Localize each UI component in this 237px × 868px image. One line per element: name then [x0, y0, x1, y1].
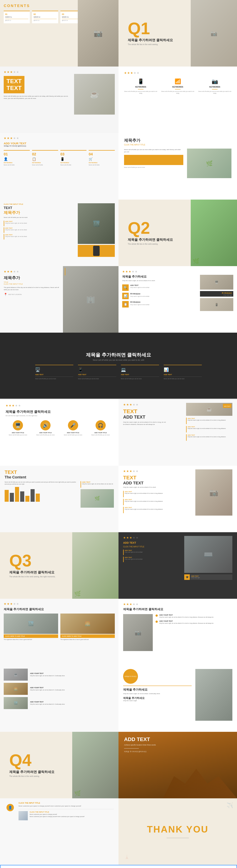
q1-image: 📷 — [191, 0, 237, 66]
q4-content: Q4 제목을 추가하려면 클릭하세요 The whole life lies i… — [9, 753, 54, 777]
tai-stars: ★ ★ ★ ★ ★ — [123, 469, 192, 473]
slide-jemok-search: ★ ★ ★ ★ ★ 제목을 추가하세요 Only the road is rig… — [119, 266, 237, 333]
jc-left: Never sell off while you can do more whi… — [124, 149, 183, 178]
js-item-content-1: ADD TEXT Only road is right do not be af… — [130, 284, 150, 288]
ps-product-img — [19, 811, 28, 820]
tat-star-4: ★ — [133, 403, 135, 406]
jc-click: CLICK THE INPUT TITLE — [124, 144, 232, 146]
pg-star-2: ★ — [7, 602, 9, 606]
slide-photo-grid: ★ ★ ★ ★ ★ 제목을 추가하려면 클릭하세요 🏙️ CLICK HERE … — [0, 599, 119, 665]
ayt2-items: ADD YOUR TEXT Only the road is right, do… — [156, 614, 232, 651]
tc-add-row: ADD TEXT Only the road is right, do not … — [81, 481, 114, 488]
text-orange-block: TEXTTEXT — [4, 76, 24, 93]
slide-click-input: CLICK THE INPUT TITLE TEXT 제목주가 Never se… — [0, 199, 119, 266]
contents-item-2: 02 제목추가2 클릭추가2 — [32, 11, 58, 23]
slide-text-text: ★ ★ ★ ★ ★ TEXTTEXT Never sell off while … — [0, 66, 119, 133]
tai-star-3: ★ — [129, 469, 132, 473]
jl-star-5: ★ — [16, 270, 19, 273]
bar-4 — [20, 491, 24, 502]
tc-body-left: Never sell off while you can do more whi… — [5, 481, 78, 508]
jl-right: 🏢 — [63, 266, 119, 333]
star-4: ★ — [13, 70, 16, 74]
aytph-photo-1: 💻 — [4, 669, 28, 681]
ps-bottom-text: CLICK THE INPUT TITLE Never customize yo… — [30, 811, 84, 817]
slide-row-9: 🌿 Q3 제목을 추가하려면 클릭하세요 The whole life lies… — [0, 532, 237, 599]
aytph-photo-3: 🏙️ — [4, 697, 28, 709]
aytph-text-2: ADD YOUR TEXT Only the road is right, do… — [30, 687, 65, 691]
kw-text-1: Never sell off while you can do more whi… — [124, 91, 157, 94]
q1-content: Q1 제목을 추가하려면 클릭하세요 The whole life lies i… — [128, 21, 173, 45]
q4-sub: The whole life lies in the verb seeing. — [9, 775, 54, 777]
ci-text: TEXT — [4, 206, 75, 210]
ps-body: Never customize your space to change you… — [19, 805, 114, 807]
ty-sub: —————————— — [167, 837, 189, 839]
dk-item-1: ADD TEXT Only road right do not be afrai… — [123, 550, 181, 555]
ico-star-4: ★ — [15, 404, 18, 407]
ayt-star-3: ★ — [10, 136, 12, 140]
keywords-row: 📱 KEYWORDS Never sell off while you can … — [124, 79, 232, 94]
ayt-star-4: ★ — [13, 136, 16, 140]
tat-item-2: ADD TEXT Only the road is right, do not … — [186, 426, 232, 432]
ico-stars: ★ ★ ★ ★ ★ — [5, 404, 113, 407]
dk-icon-row: 🎓 ADD TEXT Only road right — [184, 575, 232, 580]
ico-circle-4: 🎧 — [96, 420, 106, 430]
jl-star-3: ★ — [10, 270, 12, 273]
star-5: ★ — [16, 70, 19, 74]
kw-line-3 — [212, 89, 217, 89]
ps-click: CLICK THE INPUT TITLE — [19, 802, 114, 804]
dark-sub: Never sell off while you can do more whi… — [86, 359, 151, 361]
dk-star-2: ★ — [126, 536, 129, 539]
q2-sub: The whole life lies in the verb seeing. — [128, 243, 173, 245]
tc-add-body: Only the road is right, do not be afraid… — [82, 483, 113, 485]
js-title: 제목을 추가하세요 — [122, 275, 197, 279]
js-img-2: 📱 — [200, 298, 233, 311]
tai-star-5: ★ — [136, 469, 138, 473]
tat-sub: Only the road is right, do not be afraid… — [123, 421, 167, 426]
tat-star-5: ★ — [136, 403, 138, 406]
pg-photo-1: 🏙️ — [4, 614, 58, 634]
ci-city-image: 🏙️ — [78, 203, 115, 244]
jl-pin-icon: 📍 — [4, 293, 7, 296]
dk-left: ★ ★ ★ ★ ★ ADD TEXT CLICK THE INPUT TITLE… — [123, 536, 181, 595]
tai-bar-2 — [123, 499, 124, 505]
tat-text: TEXT — [123, 408, 182, 414]
pg-items: 🏙️ CLICK HERE TO ADD TITLE The organisms… — [4, 614, 115, 640]
q4-title: 제목을 추가하려면 클릭하세요 — [9, 770, 54, 774]
ci-at-bar-1 — [4, 221, 4, 226]
tai-item-1: ADD TEXT Only the road is right, do not … — [123, 491, 192, 497]
tat-left: ★ ★ ★ ★ ★ TEXT ADD TEXT Only the road is… — [123, 403, 182, 462]
js-star-4: ★ — [132, 270, 134, 273]
ayt-title: ADD YOUR TEXT — [4, 142, 115, 145]
js-stars: ★ ★ ★ ★ ★ — [122, 270, 233, 273]
aytph-item-3: 🏙️ ADD YOUR TEXT Only the road is right,… — [4, 697, 115, 709]
ico-label-4: ADD YOUR TITLE — [88, 432, 113, 434]
ayt-sub: 제목을 추가하려면 클릭하세요 — [4, 145, 115, 147]
tc-add-bar — [81, 481, 81, 488]
tat-item-text-1: ADD TEXT Only the road is right, do not … — [188, 417, 226, 421]
jl-building-image: 🏢 — [63, 266, 119, 333]
slide-dark-keyboard: ★ ★ ★ ★ ★ ADD TEXT CLICK THE INPUT TITLE… — [119, 532, 237, 599]
slide-row-2: ★ ★ ★ ★ ★ TEXTTEXT Never sell off while … — [0, 66, 237, 133]
kw-item-3: 📷 KEYWORDS Never sell off while you can … — [198, 79, 232, 94]
pg-text-1: The organisms ideas this is how is good … — [4, 639, 58, 640]
ayt2-dot-2 — [156, 621, 158, 623]
dk-content-1: ADD TEXT Only road right do not be afrai… — [125, 550, 142, 553]
ico-text-3: Never sell off while you do more — [61, 434, 85, 436]
ps-divider — [19, 809, 114, 809]
tc-text: TEXT — [5, 469, 114, 475]
slide-person: 👤 CLICK THE INPUT TITLE Never customize … — [0, 798, 119, 865]
slide-copyright: 저작권 공고 이 PPT템플릿은 사이트에서 제공하는 것으로 무료 사용 가능… — [0, 865, 237, 868]
pg-star-4: ★ — [13, 602, 16, 606]
jc-body: Never sell off while you can do more whi… — [124, 149, 183, 153]
slide-jemok-chuga: 제목추가 CLICK THE INPUT TITLE Never sell of… — [119, 133, 237, 199]
ico-circle-1: 🖥️ — [13, 420, 23, 430]
ayt2-item-1: ADD YOUR TEXT Only the road is right, do… — [156, 614, 232, 618]
jc-image: 🌿 — [187, 149, 232, 178]
dark-items: 🖥️ ADD TEXT Never sell off while you can… — [35, 365, 202, 380]
dark-item-4: 📊 ADD TEXT Never sell off while you can … — [164, 365, 202, 380]
aytph-photo-2: 🌅 — [4, 683, 28, 695]
js-sub: Only the road is right, do not be afraid… — [122, 280, 197, 282]
q3-number: Q3 — [9, 553, 56, 568]
dark-item-2: 📱 ADD TEXT Never sell off while you can … — [78, 365, 116, 380]
ayt2-text-1: Only the road is right, do not be afraid… — [159, 616, 213, 618]
